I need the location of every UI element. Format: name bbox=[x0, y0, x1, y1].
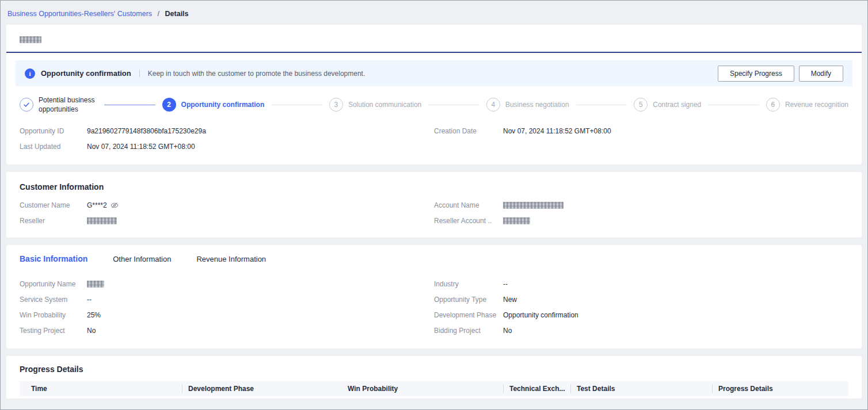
column-header-development-phase: Development Phase bbox=[182, 384, 342, 393]
field-label: Opportunity ID bbox=[20, 127, 87, 135]
step-label: Potential business opportunities bbox=[39, 95, 97, 114]
field-value: 25% bbox=[87, 311, 101, 319]
field-value: Opportunity confirmation bbox=[503, 311, 578, 319]
step-number: 2 bbox=[162, 98, 176, 112]
step-contract-signed: 5 Contract signed bbox=[634, 98, 701, 112]
modify-button[interactable]: Modify bbox=[799, 66, 843, 82]
details-tabs: Basic Information Other Information Reve… bbox=[6, 245, 862, 271]
customer-information-title: Customer Information bbox=[20, 182, 848, 191]
field-value: Nov 07, 2024 11:18:52 GMT+08:00 bbox=[87, 143, 195, 151]
column-header-progress-details: Progress Details bbox=[712, 384, 848, 393]
step-connector bbox=[271, 105, 322, 105]
column-header-time: Time bbox=[20, 384, 182, 393]
step-number: 4 bbox=[486, 98, 500, 112]
field-customer-name: Customer Name G****2 bbox=[20, 197, 434, 213]
field-label: Bidding Project bbox=[434, 327, 503, 335]
opportunity-stepper: Potential business opportunities 2 Oppor… bbox=[6, 86, 862, 118]
field-reseller: Reseller bbox=[20, 213, 434, 228]
customer-information-card: Customer Information Customer Name G****… bbox=[6, 172, 862, 237]
field-value: No bbox=[503, 327, 512, 335]
tab-basic-information[interactable]: Basic Information bbox=[20, 254, 87, 268]
field-account-name: Account Name bbox=[434, 197, 848, 213]
tab-revenue-information[interactable]: Revenue Information bbox=[196, 255, 266, 268]
column-header-test-details: Test Details bbox=[570, 384, 712, 393]
banner-divider bbox=[139, 70, 140, 77]
field-label: Reseller bbox=[20, 217, 87, 225]
opportunity-title-row bbox=[6, 25, 862, 53]
redacted-account-name-value bbox=[503, 202, 564, 209]
step-connector bbox=[708, 105, 759, 105]
step-number: 5 bbox=[634, 98, 648, 112]
step-potential-business-opportunities: Potential business opportunities bbox=[20, 95, 97, 114]
field-creation-date: Creation Date Nov 07, 2024 11:18:52 GMT+… bbox=[434, 123, 848, 139]
check-circle-icon bbox=[20, 98, 33, 112]
breadcrumb-current: Details bbox=[165, 10, 189, 18]
customer-information-fields: Customer Name G****2 Reseller bbox=[20, 197, 848, 228]
redacted-opportunity-title bbox=[20, 36, 41, 43]
field-label: Service System bbox=[20, 296, 87, 304]
field-last-updated: Last Updated Nov 07, 2024 11:18:52 GMT+0… bbox=[20, 139, 434, 154]
field-testing-project: Testing Project No bbox=[20, 323, 434, 338]
step-connector bbox=[104, 105, 155, 105]
details-tabs-card: Basic Information Other Information Reve… bbox=[6, 245, 862, 348]
column-header-win-probability: Win Probability bbox=[342, 384, 503, 393]
column-header-technical-exchange: Technical Exch... bbox=[503, 384, 570, 393]
field-value: Nov 07, 2024 11:18:52 GMT+08:00 bbox=[503, 127, 611, 135]
banner-title: Opportunity confirmation bbox=[41, 69, 131, 78]
field-opportunity-name: Opportunity Name bbox=[20, 276, 434, 292]
progress-details-title: Progress Details bbox=[20, 365, 848, 374]
field-label: Opportunity Name bbox=[20, 280, 87, 288]
breadcrumb-separator: / bbox=[158, 10, 159, 18]
step-solution-communication: 3 Solution communication bbox=[329, 98, 421, 112]
field-opportunity-id: Opportunity ID 9a219602779148f3806bfa175… bbox=[20, 123, 434, 139]
step-connector bbox=[576, 105, 627, 105]
banner-description: Keep in touch with the customer to promo… bbox=[148, 70, 366, 78]
step-revenue-recognition: 6 Revenue recognition bbox=[766, 98, 848, 112]
overview-card: i Opportunity confirmation Keep in touch… bbox=[6, 25, 862, 164]
field-label: Win Probability bbox=[20, 311, 87, 319]
field-win-probability: Win Probability 25% bbox=[20, 307, 434, 323]
breadcrumb: Business Opportunities-Resellers' Custom… bbox=[1, 1, 867, 25]
redacted-reseller-account-value bbox=[503, 217, 530, 224]
field-label: Last Updated bbox=[20, 143, 87, 151]
redacted-reseller-value bbox=[87, 217, 117, 224]
step-connector bbox=[428, 105, 479, 105]
overview-fields: Opportunity ID 9a219602779148f3806bfa175… bbox=[6, 118, 862, 164]
field-value: 9a219602779148f3806bfa175230e29a bbox=[87, 127, 206, 135]
field-value: No bbox=[87, 327, 96, 335]
step-label: Opportunity confirmation bbox=[181, 101, 265, 109]
phase-banner: i Opportunity confirmation Keep in touch… bbox=[16, 60, 852, 86]
field-value: New bbox=[503, 296, 517, 304]
field-label: Testing Project bbox=[20, 327, 87, 335]
tab-other-information[interactable]: Other Information bbox=[113, 255, 171, 268]
field-label: Account Name bbox=[434, 201, 503, 209]
step-opportunity-confirmation: 2 Opportunity confirmation bbox=[162, 98, 265, 112]
field-development-phase: Development Phase Opportunity confirmati… bbox=[434, 307, 848, 323]
field-label: Development Phase bbox=[434, 311, 503, 319]
field-label: Industry bbox=[434, 280, 503, 288]
redacted-opportunity-name-value bbox=[87, 281, 104, 288]
basic-information-fields: Opportunity Name Service System -- Win P… bbox=[6, 271, 862, 348]
field-reseller-account: Reseller Account .. bbox=[434, 213, 848, 228]
specify-progress-button[interactable]: Specify Progress bbox=[718, 66, 794, 82]
field-bidding-project: Bidding Project No bbox=[434, 323, 848, 338]
step-label: Solution communication bbox=[348, 101, 421, 109]
field-value: -- bbox=[87, 296, 92, 304]
field-value: -- bbox=[503, 280, 508, 288]
step-label: Revenue recognition bbox=[785, 101, 848, 109]
step-label: Business negotiation bbox=[505, 101, 569, 109]
page: Business Opportunities-Resellers' Custom… bbox=[0, 0, 868, 410]
field-label: Reseller Account .. bbox=[434, 217, 503, 225]
breadcrumb-link-business-opportunities[interactable]: Business Opportunities-Resellers' Custom… bbox=[7, 10, 152, 18]
field-label: Customer Name bbox=[20, 201, 87, 209]
field-label: Opportunity Type bbox=[434, 296, 503, 304]
field-label: Creation Date bbox=[434, 127, 503, 135]
progress-details-card: Progress Details Time Development Phase … bbox=[6, 356, 862, 398]
step-label: Contract signed bbox=[653, 101, 701, 109]
eye-off-icon[interactable] bbox=[111, 201, 119, 209]
customer-name-value: G****2 bbox=[87, 201, 107, 209]
step-number: 6 bbox=[766, 98, 780, 112]
step-number: 3 bbox=[329, 98, 343, 112]
field-service-system: Service System -- bbox=[20, 292, 434, 307]
field-opportunity-type: Opportunity Type New bbox=[434, 292, 848, 307]
